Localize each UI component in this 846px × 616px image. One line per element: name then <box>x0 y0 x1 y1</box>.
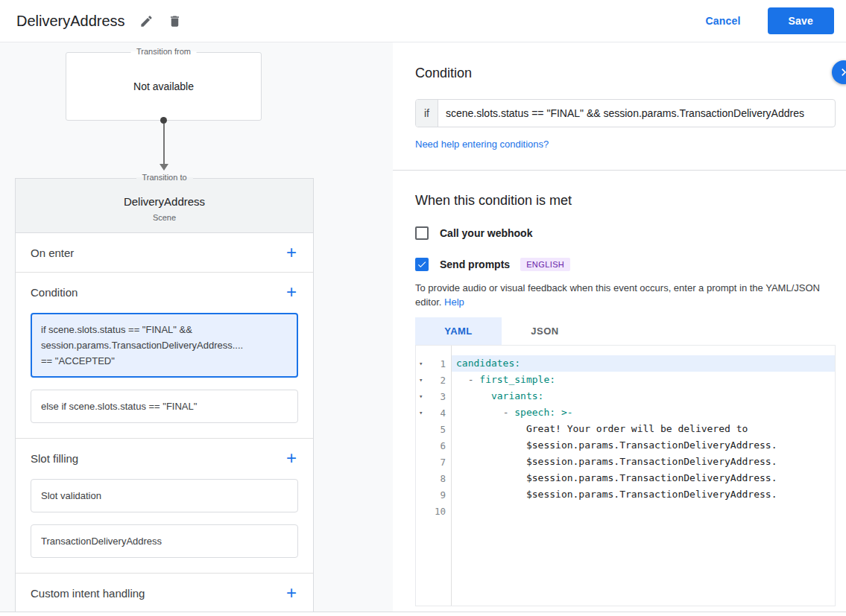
line-number: 5 <box>440 424 446 435</box>
condition-item[interactable]: if scene.slots.status == "FINAL" &&sessi… <box>31 313 298 378</box>
line-number: 8 <box>440 473 446 484</box>
add-condition-button[interactable]: + <box>279 279 304 305</box>
code-line[interactable]: candidates: <box>452 355 835 372</box>
slot-items: Slot validationTransactionDeliveryAddres… <box>16 479 313 558</box>
scene-card: Transition to DeliveryAddress Scene On e… <box>15 178 314 616</box>
condition-section: Condition + if scene.slots.status == "FI… <box>16 273 313 439</box>
check-icon <box>417 258 427 270</box>
page-title: DeliveryAddress <box>16 13 125 30</box>
tab-json[interactable]: JSON <box>502 317 588 345</box>
fold-toggle-icon[interactable]: ▾ <box>419 376 428 384</box>
pencil-icon <box>139 14 154 28</box>
on-enter-section-label: On enter <box>31 247 74 259</box>
transition-from-label: Transition from <box>130 47 197 56</box>
code-line[interactable]: $session.params.TransactionDeliveryAddre… <box>452 454 835 470</box>
cancel-button[interactable]: Cancel <box>705 15 740 27</box>
transition-from-box[interactable]: Transition from Not available <box>66 52 262 121</box>
hint-help-link[interactable]: Help <box>444 296 464 308</box>
slot-item[interactable]: Slot validation <box>31 479 298 512</box>
on-enter-section: On enter + <box>16 233 313 273</box>
condition-help-row: Need help entering conditions? <box>415 137 836 150</box>
code-line[interactable]: variants: <box>452 388 835 404</box>
code-line[interactable]: Great! Your order will be delivered to <box>452 421 835 437</box>
fold-toggle-icon[interactable]: ▾ <box>419 360 428 367</box>
scene-title: DeliveryAddress <box>16 195 313 208</box>
scene-subtitle: Scene <box>16 213 313 222</box>
code-line[interactable]: $session.params.TransactionDeliveryAddre… <box>452 470 835 486</box>
editor-code[interactable]: candidates: - first_simple: variants: - … <box>452 346 835 606</box>
transition-to-label: Transition to <box>136 173 192 182</box>
prompt-hint: To provide audio or visual feedback when… <box>415 281 827 309</box>
prompt-hint-text: To provide audio or visual feedback when… <box>415 282 820 308</box>
topbar: DeliveryAddress Cancel Save <box>0 0 846 42</box>
connector-line <box>163 124 165 164</box>
bottom-edge <box>0 612 846 616</box>
webhook-label: Call your webhook <box>440 227 532 239</box>
line-number: 9 <box>440 489 446 501</box>
line-number: 7 <box>440 457 446 468</box>
send-prompts-label: Send prompts <box>440 258 510 270</box>
when-condition-heading: When this condition is met <box>415 193 836 209</box>
fold-toggle-icon[interactable]: ▾ <box>419 409 428 416</box>
line-number: 2 <box>440 375 446 386</box>
code-line[interactable]: - speech: >- <box>452 404 835 421</box>
condition-section-label: Condition <box>31 286 78 299</box>
slot-item[interactable]: TransactionDeliveryAddress <box>31 524 298 558</box>
fold-toggle-icon[interactable]: ▾ <box>419 393 428 400</box>
transition-from-value: Not available <box>66 53 261 120</box>
custom-intent-section-label: Custom intent handling <box>31 587 145 600</box>
send-prompts-checkbox[interactable] <box>415 258 429 271</box>
condition-heading: Condition <box>415 42 836 81</box>
line-number: 10 <box>435 506 446 517</box>
code-line[interactable]: $session.params.TransactionDeliveryAddre… <box>452 486 835 503</box>
scene-canvas: Transition from Not available Transition… <box>0 42 393 616</box>
condition-help-link[interactable]: Need help entering conditions? <box>415 139 549 150</box>
condition-input-row: if scene.slots.status == "FINAL" && sess… <box>415 99 836 127</box>
chevron-right-icon <box>836 65 846 80</box>
custom-intent-section: Custom intent handling + <box>16 574 313 612</box>
tab-yaml[interactable]: YAML <box>415 317 502 345</box>
line-number: 3 <box>440 391 446 402</box>
send-prompts-row: Send prompts ENGLISH <box>415 258 836 271</box>
code-line[interactable]: - first_simple: <box>452 372 835 388</box>
detail-panel: Condition if scene.slots.status == "FINA… <box>393 42 846 616</box>
section-divider <box>393 170 846 171</box>
line-number: 4 <box>440 407 446 419</box>
condition-item[interactable]: else if scene.slots.status == "FINAL" <box>31 390 298 423</box>
code-editor[interactable]: ▾1▾2▾3▾45678910 candidates: - first_simp… <box>415 345 836 606</box>
editor-gutter: ▾1▾2▾3▾45678910 <box>416 346 452 606</box>
scene-card-header[interactable]: Transition to DeliveryAddress Scene <box>16 179 313 233</box>
slot-filling-section: Slot filling + Slot validationTransactio… <box>16 439 313 574</box>
condition-input[interactable]: scene.slots.status == "FINAL" && session… <box>438 100 835 127</box>
line-number: 1 <box>440 358 446 369</box>
add-custom-intent-button[interactable]: + <box>279 580 304 606</box>
editor-tabs: YAMLJSON <box>415 317 836 345</box>
webhook-checkbox[interactable] <box>415 226 429 240</box>
trash-icon <box>168 14 182 28</box>
line-number: 6 <box>440 440 446 451</box>
delete-scene-button[interactable] <box>162 8 188 34</box>
arrow-down-icon <box>160 164 168 171</box>
save-button[interactable]: Save <box>768 7 835 34</box>
slot-filling-section-label: Slot filling <box>31 452 78 465</box>
code-line[interactable]: $session.params.TransactionDeliveryAddre… <box>452 437 835 454</box>
condition-items: if scene.slots.status == "FINAL" &&sessi… <box>16 313 313 423</box>
edit-title-button[interactable] <box>134 8 160 34</box>
add-on-enter-button[interactable]: + <box>279 240 304 265</box>
transition-connector <box>159 117 168 171</box>
language-badge: ENGLISH <box>520 258 570 271</box>
code-line[interactable] <box>452 503 835 519</box>
connector-dot <box>160 117 167 124</box>
webhook-row: Call your webhook <box>415 226 836 240</box>
add-slot-button[interactable]: + <box>279 445 304 471</box>
if-label: if <box>416 100 438 127</box>
